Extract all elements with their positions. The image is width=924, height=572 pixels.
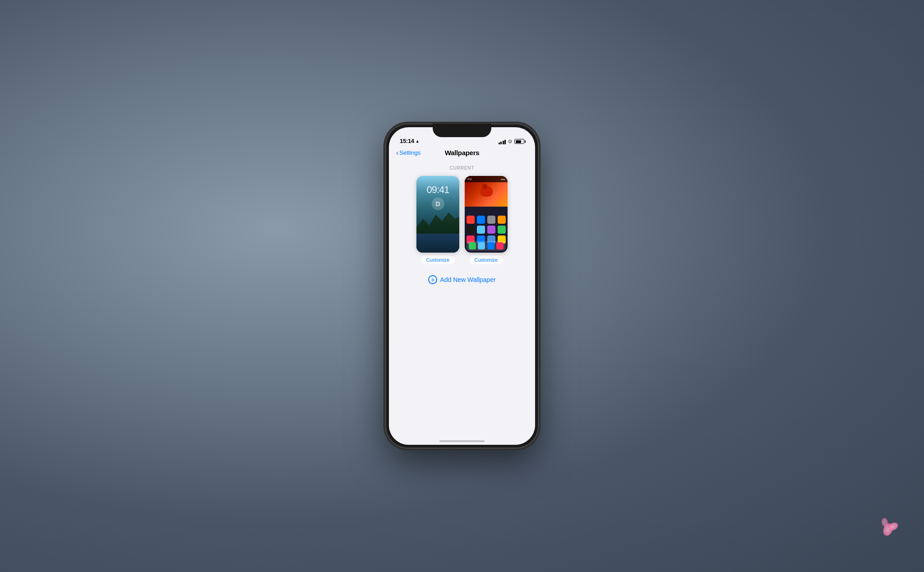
app-icon-appletv [467,226,475,234]
signal-bar-4 [504,140,506,144]
home-indicator [439,440,485,442]
home-status-time: 9:41 [467,178,472,180]
bird-icon [480,186,493,197]
back-button[interactable]: ‹ Settings [396,149,420,157]
lock-screen-image: 09:41 [416,176,459,253]
lake-decoration [416,234,459,253]
dock-icon-phone [469,242,476,249]
location-arrow-icon: ▲ [416,139,420,143]
lock-screen-wallpaper-item[interactable]: 09:41 Customize [416,176,459,264]
notch [433,124,491,137]
signal-bar-2 [500,142,502,144]
iphone-screen: 15:14 ▲ ⊙ ‹ Settings [389,127,535,445]
app-icon-notes [477,216,485,224]
home-screen-preview[interactable]: 9:41 ●●● [465,176,508,253]
lock-screen-time: 09:41 [416,184,459,196]
dock-row [467,241,506,251]
battery-icon [514,139,524,144]
app-icon-facetime [467,216,475,224]
wallpaper-previews: 09:41 Customize [389,174,535,270]
dock-icon-messages [478,242,485,249]
nav-bar: ‹ Settings Wallpapers [389,147,535,160]
home-screen-customize-button[interactable]: Customize [469,255,504,264]
iphone-frame: 15:14 ▲ ⊙ ‹ Settings [385,124,539,448]
lock-screen-customize-button[interactable]: Customize [421,255,455,264]
flower-decoration [861,509,897,536]
home-status-bar: 9:41 ●●● [465,176,508,182]
status-time: 15:14 [400,138,414,144]
home-screen-wallpaper-item[interactable]: 9:41 ●●● [465,176,508,264]
section-label: CURRENT [389,160,535,174]
battery-fill [516,140,522,143]
signal-bar-1 [499,143,500,144]
app-icon-reminders [487,216,495,224]
signal-bars-icon [499,139,506,144]
app-icon-wallet [477,226,485,234]
signal-bar-3 [503,141,504,144]
app-icon-contacts [498,226,506,234]
home-status-icons: ●●● [501,178,505,180]
content-area: CURRENT 09:41 Customize [389,160,535,445]
app-grid [467,216,506,244]
back-chevron-icon: ‹ [396,149,398,157]
add-icon-symbol: + [431,277,434,283]
lock-widget [432,198,444,210]
lock-screen-preview[interactable]: 09:41 [416,176,459,253]
wifi-icon: ⊙ [508,138,512,144]
add-circle-icon: + [428,275,437,284]
back-button-label[interactable]: Settings [399,149,420,156]
nav-title: Wallpapers [445,149,479,157]
add-wallpaper-label[interactable]: Add New Wallpaper [440,276,495,283]
app-icon-appstore [487,226,495,234]
app-icon-clock [498,216,506,224]
dock-icon-safari [487,242,494,249]
home-screen-image: 9:41 ●●● [465,176,508,253]
add-wallpaper-row[interactable]: + Add New Wallpaper [389,270,535,290]
dock-icon-music [496,242,504,249]
status-icons: ⊙ [499,138,525,144]
